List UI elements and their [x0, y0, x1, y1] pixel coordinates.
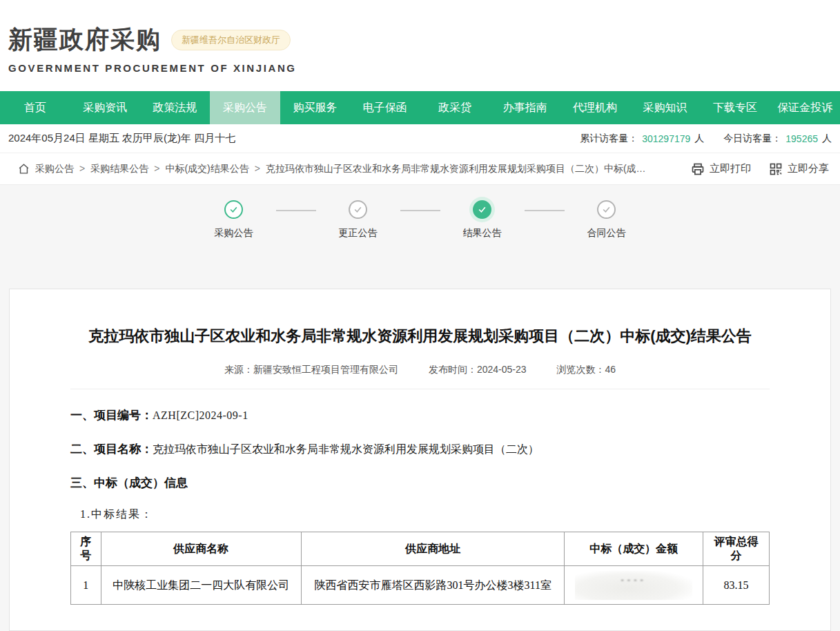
check-icon	[224, 200, 243, 219]
views-label: 浏览次数：	[557, 364, 605, 375]
print-label: 立即打印	[710, 162, 751, 175]
step-connector	[525, 210, 565, 211]
nav-item-service-guide[interactable]: 办事指南	[490, 91, 560, 124]
home-icon[interactable]	[18, 163, 30, 175]
qr-share-icon	[769, 162, 783, 176]
step-result-announcement[interactable]: 结果公告	[461, 200, 504, 240]
nav-item-procurement-announcements[interactable]: 采购公告	[210, 91, 280, 124]
project-name-label: 二、项目名称：	[70, 443, 153, 456]
publish-time-label: 发布时间：	[429, 364, 477, 375]
cell-supplier: 中陕核工业集团二一四大队有限公司	[101, 566, 301, 605]
total-visits-unit: 人	[694, 133, 704, 145]
step-connector	[276, 210, 316, 211]
total-visits-value: 301297179	[642, 133, 690, 144]
col-header-no: 序号	[71, 532, 101, 566]
project-number-value: AZH[ZC]2024-09-1	[153, 409, 248, 421]
nav-item-procurement-knowledge[interactable]: 采购知识	[630, 91, 700, 124]
nav-item-home[interactable]: 首页	[0, 91, 70, 124]
breadcrumb-item[interactable]: 采购公告	[35, 163, 90, 175]
breadcrumb-item[interactable]: 采购结果公告	[90, 163, 165, 175]
table-header-row: 序号 供应商名称 供应商地址 中标（成交）金额 评审总得分	[71, 532, 770, 566]
check-icon	[597, 200, 616, 219]
cell-no: 1	[71, 566, 101, 605]
announcement-steps-zone: 采购公告 更正公告 结果公告 合同公告	[0, 185, 840, 289]
printer-icon	[691, 162, 705, 176]
today-visits-unit: 人	[822, 133, 832, 145]
project-name-value: 克拉玛依市独山子区农业和水务局非常规水资源利用发展规划采购项目（二次）	[153, 443, 539, 455]
step-connector	[400, 210, 440, 211]
nav-item-e-guarantee[interactable]: 电子保函	[350, 91, 420, 124]
announcement-steps: 采购公告 更正公告 结果公告 合同公告	[0, 185, 840, 240]
visitor-stats: 累计访客量： 301297179 人 今日访客量： 195265 人	[580, 133, 832, 145]
table-row: 1 中陕核工业集团二一四大队有限公司 陕西省西安市雁塔区西影路301号办公楼3楼…	[71, 566, 770, 605]
col-header-supplier: 供应商名称	[101, 532, 301, 566]
article-meta: 来源：新疆安致恒工程项目管理有限公司 发布时间：2024-05-23 浏览次数：…	[70, 364, 770, 389]
project-number-label: 一、项目编号：	[70, 409, 153, 422]
nav-item-policies[interactable]: 政策法规	[140, 91, 210, 124]
today-visits-value: 195265	[785, 133, 818, 144]
logo-title: 新疆政府采购	[8, 23, 162, 56]
site-logo: 新疆政府采购 新疆维吾尔自治区财政厅 GOVERNMENT PROCUREMEN…	[8, 23, 297, 74]
step-contract-announcement[interactable]: 合同公告	[585, 200, 628, 240]
step-label: 合同公告	[587, 227, 626, 240]
share-label: 立即分享	[788, 162, 829, 175]
logo-subtitle: GOVERNMENT PROCUREMENT OF XINJIANG	[8, 62, 297, 74]
redacted-amount-blur: ----	[575, 571, 692, 600]
main-nav: 首页 采购资讯 政策法规 采购公告 购买服务 电子保函 政采贷 办事指南 代理机…	[0, 91, 840, 124]
project-number-row: 一、项目编号：AZH[ZC]2024-09-1	[70, 407, 770, 423]
breadcrumb: 采购公告 采购结果公告 中标(成交)结果公告 克拉玛依市独山子区农业和水务局非常…	[18, 163, 652, 175]
step-label: 结果公告	[463, 227, 502, 240]
announcement-card: 克拉玛依市独山子区农业和水务局非常规水资源利用发展规划采购项目（二次）中标(成交…	[9, 289, 831, 631]
step-label: 更正公告	[339, 227, 378, 240]
project-name-row: 二、项目名称：克拉玛依市独山子区农业和水务局非常规水资源利用发展规划采购项目（二…	[70, 441, 770, 457]
breadcrumb-item[interactable]: 中标(成交)结果公告	[165, 163, 266, 175]
cell-amount-redacted: ----	[565, 566, 703, 605]
award-result-table: 序号 供应商名称 供应商地址 中标（成交）金额 评审总得分 1 中陕核工业集团二…	[70, 532, 770, 605]
info-bar: 2024年05月24日 星期五 农历甲辰(龙)年 四月十七 累计访客量： 301…	[0, 124, 840, 153]
nav-item-downloads[interactable]: 下载专区	[700, 91, 770, 124]
source-label: 来源：	[224, 364, 253, 375]
nav-item-purchase-services[interactable]: 购买服务	[280, 91, 350, 124]
breadcrumb-item-current: 克拉玛依市独山子区农业和水务局非常规水资源利用发展规划采购项目（二次）中标(成交…	[266, 163, 652, 175]
breadcrumb-bar: 采购公告 采购结果公告 中标(成交)结果公告 克拉玛依市独山子区农业和水务局非常…	[0, 153, 840, 185]
finance-dept-badge: 新疆维吾尔自治区财政厅	[171, 30, 291, 50]
cell-score: 83.15	[703, 566, 769, 605]
nav-item-procurement-news[interactable]: 采购资讯	[70, 91, 139, 124]
date-text: 2024年05月24日 星期五 农历甲辰(龙)年 四月十七	[8, 132, 235, 145]
publish-time-value: 2024-05-23	[477, 364, 527, 375]
col-header-amount: 中标（成交）金额	[565, 532, 703, 566]
nav-item-agencies[interactable]: 代理机构	[560, 91, 629, 124]
nav-item-procurement-loan[interactable]: 政采贷	[420, 91, 490, 124]
step-label: 采购公告	[215, 227, 253, 240]
award-info-heading: 三、中标（成交）信息	[70, 475, 770, 491]
total-visits-label: 累计访客量：	[580, 133, 638, 145]
col-header-score: 评审总得分	[703, 532, 769, 566]
check-icon	[473, 200, 491, 219]
print-button[interactable]: 立即打印	[691, 162, 751, 176]
cell-address: 陕西省西安市雁塔区西影路301号办公楼3楼311室	[301, 566, 565, 605]
content-zone: 克拉玛依市独山子区农业和水务局非常规水资源利用发展规划采购项目（二次）中标(成交…	[0, 289, 840, 631]
page-title: 克拉玛依市独山子区农业和水务局非常规水资源利用发展规划采购项目（二次）中标(成交…	[70, 325, 770, 347]
today-visits-label: 今日访客量：	[723, 133, 781, 145]
award-result-label: 1.中标结果：	[80, 507, 770, 522]
step-correction-announcement[interactable]: 更正公告	[337, 200, 380, 240]
views-value: 46	[605, 364, 616, 375]
col-header-address: 供应商地址	[301, 532, 565, 566]
check-icon	[349, 200, 367, 219]
source-value: 新疆安致恒工程项目管理有限公司	[253, 364, 398, 375]
site-header: 新疆政府采购 新疆维吾尔自治区财政厅 GOVERNMENT PROCUREMEN…	[0, 0, 840, 91]
step-procurement-announcement[interactable]: 采购公告	[213, 200, 255, 240]
share-button[interactable]: 立即分享	[769, 162, 829, 176]
nav-item-deposit-complaints[interactable]: 保证金投诉	[770, 91, 840, 124]
